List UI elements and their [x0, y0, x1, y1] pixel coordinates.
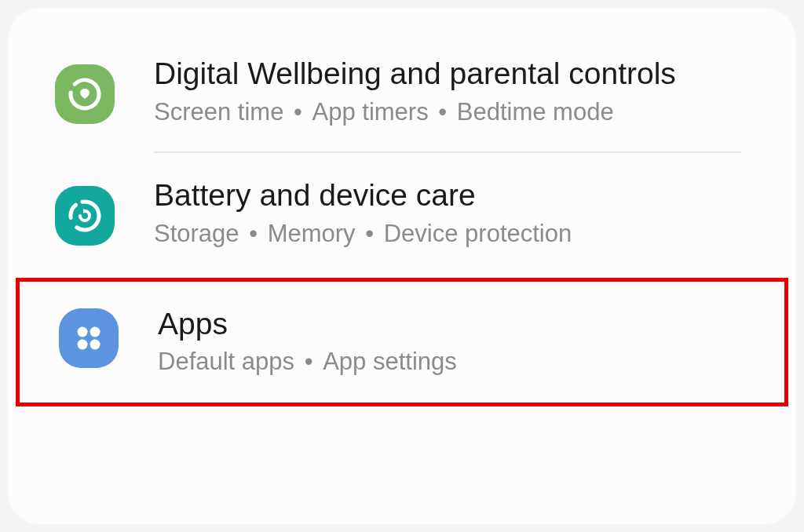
subtitle-part: Default apps: [158, 348, 294, 375]
svg-point-1: [68, 199, 101, 232]
separator-dot: •: [294, 98, 309, 126]
digital-wellbeing-icon: [55, 64, 115, 124]
subtitle-part: Bedtime mode: [457, 98, 614, 126]
item-title: Digital Wellbeing and parental controls: [154, 55, 757, 93]
item-content: Battery and device care Storage • Memory…: [154, 177, 757, 248]
item-content: Apps Default apps • App settings: [158, 305, 753, 377]
subtitle-part: Memory: [268, 220, 356, 247]
settings-list: Digital Wellbeing and parental controls …: [8, 8, 796, 524]
subtitle-part: App timers: [312, 98, 429, 126]
settings-item-digital-wellbeing[interactable]: Digital Wellbeing and parental controls …: [47, 31, 757, 151]
item-content: Digital Wellbeing and parental controls …: [154, 55, 757, 126]
separator-dot: •: [249, 220, 264, 247]
subtitle-part: App settings: [323, 348, 457, 375]
settings-item-apps[interactable]: Apps Default apps • App settings: [51, 282, 753, 403]
apps-icon: [59, 308, 119, 368]
separator-dot: •: [365, 220, 380, 247]
separator-dot: •: [305, 348, 320, 375]
svg-point-3: [90, 326, 100, 337]
subtitle-part: Screen time: [154, 98, 283, 126]
device-care-icon: [55, 186, 115, 246]
settings-item-battery-device-care[interactable]: Battery and device care Storage • Memory…: [47, 153, 757, 273]
subtitle-part: Device protection: [384, 220, 572, 247]
item-title: Battery and device care: [154, 177, 757, 215]
item-subtitle: Screen time • App timers • Bedtime mode: [154, 98, 757, 126]
svg-point-2: [78, 326, 88, 337]
separator-dot: •: [438, 98, 453, 126]
svg-point-5: [90, 339, 100, 349]
item-title: Apps: [158, 305, 753, 344]
item-subtitle: Default apps • App settings: [158, 348, 753, 376]
subtitle-part: Storage: [154, 220, 239, 247]
highlight-box-apps: Apps Default apps • App settings: [16, 278, 788, 407]
item-subtitle: Storage • Memory • Device protection: [154, 220, 757, 248]
svg-point-4: [78, 339, 88, 349]
